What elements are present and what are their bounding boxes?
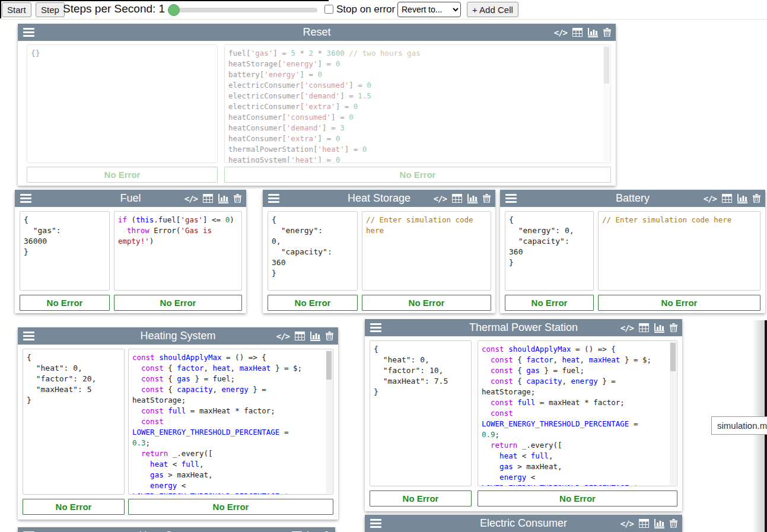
menu-icon[interactable] — [23, 28, 34, 37]
state-editor[interactable]: { "gas": 36000 } — [20, 211, 110, 291]
code-scrollbar[interactable] — [670, 342, 676, 485]
cell-title: Thermal Power Station — [469, 321, 578, 334]
code-scrollbar[interactable] — [326, 350, 332, 493]
code-text: const shouldApplyMax = () => { const { f… — [129, 349, 333, 495]
cell-header: Heat Storage </> — [263, 190, 495, 207]
chart-view-icon[interactable] — [737, 194, 747, 203]
step-button[interactable]: Step — [36, 2, 65, 17]
cell-header: Battery </> — [500, 190, 765, 207]
slider-thumb[interactable] — [168, 4, 180, 16]
chart-view-icon[interactable] — [310, 332, 320, 341]
code-editor[interactable]: // Enter simulation code here — [598, 211, 760, 291]
code-text: // Enter simulation code here — [599, 212, 760, 228]
code-editor[interactable]: // Enter simulation codehere — [362, 211, 491, 291]
cell-title: Reset — [303, 26, 330, 39]
cell-fuel: Fuel </> { "gas": 36000 } if (this.fuel[… — [15, 190, 246, 313]
table-view-icon[interactable] — [203, 194, 213, 203]
cell-title: Heat Consumer — [139, 530, 214, 532]
state-error-status: No Error — [23, 499, 125, 515]
trash-icon[interactable] — [753, 194, 760, 203]
steps-per-second-text: Steps per Second: — [63, 2, 155, 15]
trash-icon[interactable] — [483, 194, 491, 203]
steps-per-second-slider[interactable] — [168, 5, 317, 15]
trash-icon[interactable] — [603, 28, 611, 37]
table-view-icon[interactable] — [639, 519, 649, 528]
cell-reset: Reset </> {} fuel['gas'] = 5 * 2 * 3600 … — [18, 24, 616, 186]
top-border-line — [0, 0, 329, 1]
code-editor[interactable]: const shouldApplyMax = () => { const { f… — [128, 349, 333, 495]
chart-view-icon[interactable] — [467, 194, 478, 203]
code-error-status: No Error — [598, 295, 760, 311]
code-view-icon[interactable]: </> — [620, 323, 634, 333]
cell-thermal-power-station: Thermal Power Station </> { "heat": 0, "… — [365, 319, 682, 511]
trash-icon[interactable] — [670, 323, 677, 332]
code-scrollbar[interactable] — [603, 46, 610, 162]
code-editor[interactable]: const shouldApplyMax = () => { const { f… — [478, 340, 677, 486]
cell-header: Thermal Power Station </> — [365, 319, 682, 336]
code-text: fuel['gas'] = 5 * 2 * 3600 // two hours … — [225, 45, 610, 163]
table-view-icon[interactable] — [722, 194, 732, 203]
revert-to-select[interactable]: Revert to... — [397, 2, 461, 17]
code-text: if (this.fuel['gas'] <= 0) throw Error('… — [114, 212, 241, 250]
code-view-icon[interactable]: </> — [704, 194, 717, 203]
cell-title: Heat Storage — [348, 192, 410, 205]
code-text: // Enter simulation codehere — [362, 212, 491, 239]
stop-on-error-checkbox[interactable] — [324, 5, 333, 14]
trash-icon[interactable] — [326, 332, 333, 340]
cell-heating-system: Heating System </> { "heat": 0, "factor"… — [18, 327, 338, 520]
code-view-icon[interactable]: </> — [554, 28, 567, 37]
state-editor[interactable]: {} — [27, 44, 218, 163]
state-error-status: No Error — [20, 295, 110, 311]
left-border-line — [0, 0, 1, 18]
table-view-icon[interactable] — [452, 194, 462, 203]
table-view-icon[interactable] — [572, 28, 583, 37]
state-error-status: No Error — [268, 295, 358, 311]
state-editor[interactable]: { "heat": 0, "factor": 20, "maxHeat": 5 … — [23, 349, 125, 495]
chart-view-icon[interactable] — [218, 194, 228, 203]
add-cell-button[interactable]: + Add Cell — [467, 2, 518, 17]
menu-icon[interactable] — [370, 323, 381, 332]
code-view-icon[interactable]: </> — [276, 332, 289, 341]
chart-view-icon[interactable] — [654, 519, 664, 528]
cell-header: Fuel </> — [15, 190, 246, 207]
menu-icon[interactable] — [505, 194, 517, 203]
chart-view-icon[interactable] — [654, 323, 664, 333]
chart-view-icon[interactable] — [588, 28, 598, 37]
code-view-icon[interactable]: </> — [184, 194, 198, 203]
cell-header: Heating System </> — [18, 327, 338, 345]
table-view-icon[interactable] — [639, 323, 649, 332]
menu-icon[interactable] — [268, 194, 279, 203]
state-error-status: No Error — [505, 295, 594, 311]
code-view-icon[interactable]: </> — [620, 519, 634, 528]
cell-title: Battery — [616, 192, 650, 205]
table-view-icon[interactable] — [295, 332, 305, 340]
state-error-status: No Error — [370, 490, 472, 506]
code-editor[interactable]: fuel['gas'] = 5 * 2 * 3600 // two hours … — [224, 44, 611, 163]
trash-icon[interactable] — [670, 519, 677, 528]
scrollbar-thumb[interactable] — [326, 351, 332, 380]
menu-icon[interactable] — [370, 519, 381, 528]
state-editor[interactable]: { "energy": 0, "capacity": 360 } — [505, 211, 594, 291]
trash-icon[interactable] — [234, 194, 241, 203]
code-error-status: No Error — [114, 295, 242, 311]
stop-on-error-label: Stop on error — [336, 4, 395, 15]
slider-track[interactable] — [168, 8, 317, 12]
state-editor[interactable]: { "energy": 0, "capacity": 360 } — [268, 211, 358, 291]
cell-title: Heating System — [140, 330, 215, 342]
code-view-icon[interactable]: </> — [434, 194, 447, 203]
menu-icon[interactable] — [23, 332, 34, 340]
cell-header: Heat Consumer </> — [18, 527, 335, 532]
simulation-tooltip: simulation.m — [711, 416, 767, 435]
menu-icon[interactable] — [20, 194, 31, 203]
scrollbar-thumb[interactable] — [670, 343, 676, 371]
cell-title: Fuel — [120, 192, 141, 205]
state-editor[interactable]: { "heat": 0, "factor": 10, "maxHeat": 7.… — [370, 340, 472, 486]
start-button[interactable]: Start — [2, 2, 31, 17]
code-editor[interactable]: if (this.fuel['gas'] <= 0) throw Error('… — [114, 211, 242, 291]
scrollbar-thumb[interactable] — [604, 47, 609, 84]
cell-electric-consumer: Electric Consumer </> — [365, 515, 682, 532]
toolbar: Start Step Steps per Second: 1 Stop on e… — [0, 0, 767, 20]
cell-header: Electric Consumer </> — [365, 515, 682, 532]
cell-heat-storage: Heat Storage </> { "energy": 0, "capacit… — [263, 190, 495, 313]
code-error-status: No Error — [478, 490, 677, 506]
